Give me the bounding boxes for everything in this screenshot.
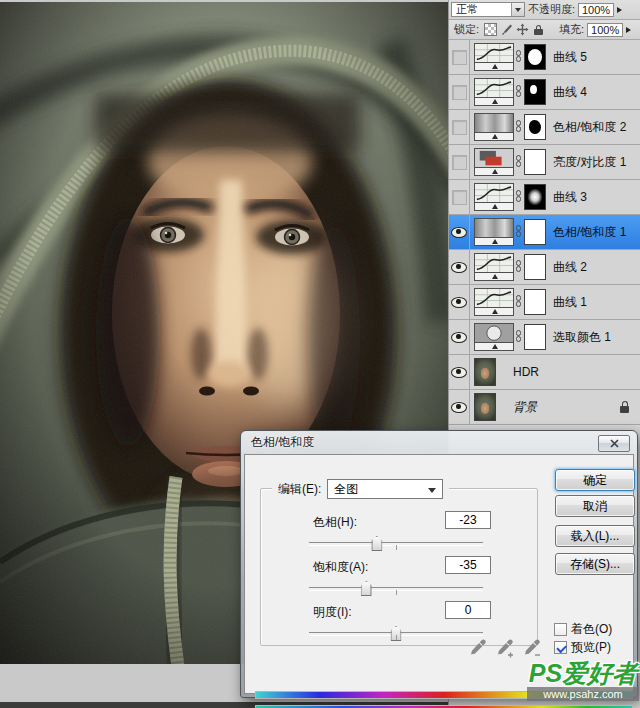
layer-row[interactable]: 曲线 5 — [449, 40, 640, 75]
mask-thumbnail-slot — [524, 149, 546, 175]
adjustment-slider-marker-icon — [492, 344, 498, 349]
layer-photo-thumbnail[interactable] — [474, 358, 496, 386]
lock-position-move-icon[interactable] — [516, 23, 529, 36]
eyedropper-minus-icon[interactable] — [524, 638, 542, 658]
photoshop-workspace: 正常 不透明度: 100% 锁定: 填充: 100% — [0, 0, 640, 708]
layer-mask-thumbnail[interactable] — [524, 79, 546, 105]
hidden-eye-well — [452, 50, 467, 65]
mask-link-icon — [515, 120, 523, 134]
checkbox-box[interactable] — [554, 641, 567, 654]
hidden-eye-well — [452, 85, 467, 100]
checkbox-box[interactable] — [554, 623, 567, 636]
eyedropper-plus-icon[interactable] — [497, 638, 515, 658]
save-button[interactable]: 存储(S)... — [555, 553, 635, 575]
layer-name: 曲线 3 — [553, 189, 587, 206]
layer-mask-thumbnail[interactable] — [524, 254, 546, 280]
layer-adjustment-thumbnail[interactable] — [474, 148, 514, 176]
mask-link-slot — [514, 155, 524, 169]
chevron-down-icon[interactable] — [511, 3, 524, 16]
layer-name: 背景 — [513, 399, 537, 416]
layer-visibility-toggle[interactable] — [449, 145, 470, 179]
layer-visibility-toggle[interactable] — [449, 40, 470, 74]
layer-visibility-toggle[interactable] — [449, 285, 470, 319]
eye-icon — [451, 262, 467, 273]
layer-lock-slot — [619, 401, 630, 413]
mask-link-slot — [514, 260, 524, 274]
lock-all-icon[interactable] — [532, 23, 545, 36]
adjustment-groupbox — [260, 488, 538, 646]
edit-label: 编辑(E): — [278, 481, 321, 498]
ok-button[interactable]: 确定 — [555, 469, 635, 491]
lock-transparency-icon[interactable] — [484, 23, 497, 36]
layer-visibility-toggle[interactable] — [449, 215, 470, 249]
eyedropper-icon[interactable] — [470, 638, 488, 658]
layer-photo-thumbnail[interactable] — [474, 393, 496, 421]
lock-label: 锁定: — [454, 22, 479, 37]
layer-mask-thumbnail[interactable] — [524, 44, 546, 70]
layer-adjustment-thumbnail[interactable] — [474, 78, 514, 106]
mask-link-icon — [515, 50, 523, 64]
layer-visibility-toggle[interactable] — [449, 320, 470, 354]
layer-row[interactable]: 选取颜色 1 — [449, 320, 640, 355]
layer-visibility-toggle[interactable] — [449, 75, 470, 109]
hue-slider[interactable] — [309, 542, 483, 546]
layer-adjustment-thumbnail[interactable] — [474, 218, 514, 246]
dialog-titlebar[interactable]: 色相/饱和度 — [241, 431, 637, 454]
layer-row[interactable]: 亮度/对比度 1 — [449, 145, 640, 180]
blend-mode-value: 正常 — [452, 2, 511, 17]
blend-mode-select[interactable]: 正常 — [451, 2, 525, 17]
edit-channel-row: 编辑(E): 全图 — [272, 479, 449, 499]
fill-value[interactable]: 100% — [587, 23, 623, 37]
layer-mask-thumbnail[interactable] — [524, 149, 546, 175]
layer-thumbnail-slot — [474, 218, 514, 246]
saturation-slider[interactable] — [309, 587, 483, 591]
canvas-background — [0, 664, 242, 704]
opacity-flyout-arrow-icon[interactable] — [614, 3, 625, 17]
layer-row[interactable]: 曲线 1 — [449, 285, 640, 320]
layer-row[interactable]: 曲线 2 — [449, 250, 640, 285]
eye-icon — [451, 367, 467, 378]
layer-mask-thumbnail[interactable] — [524, 289, 546, 315]
load-button[interactable]: 载入(L)... — [555, 525, 635, 547]
layer-visibility-toggle[interactable] — [449, 355, 470, 389]
layer-mask-thumbnail[interactable] — [524, 324, 546, 350]
layer-mask-thumbnail[interactable] — [524, 114, 546, 140]
layer-adjustment-thumbnail[interactable] — [474, 183, 514, 211]
layer-lock-icon — [619, 401, 630, 413]
layer-adjustment-thumbnail[interactable] — [474, 288, 514, 316]
layer-visibility-toggle[interactable] — [449, 180, 470, 214]
layer-visibility-toggle[interactable] — [449, 390, 470, 424]
layer-adjustment-thumbnail[interactable] — [474, 113, 514, 141]
lightness-value-input[interactable] — [445, 601, 491, 619]
mask-link-icon — [515, 330, 523, 344]
layer-row[interactable]: 色相/饱和度 1 — [449, 215, 640, 250]
layer-row[interactable]: 背景 — [449, 390, 640, 425]
close-icon[interactable] — [598, 435, 630, 452]
preview-checkbox[interactable]: 预览(P) — [554, 639, 611, 656]
layer-adjustment-thumbnail[interactable] — [474, 323, 514, 351]
preview-label: 预览(P) — [571, 639, 611, 656]
lightness-slider[interactable] — [309, 632, 483, 636]
saturation-value-input[interactable] — [445, 556, 491, 574]
cancel-button[interactable]: 取消 — [555, 495, 635, 517]
layer-name: 曲线 1 — [553, 294, 587, 311]
layer-thumbnail-slot — [474, 288, 514, 316]
edit-channel-select[interactable]: 全图 — [327, 479, 443, 499]
layer-row[interactable]: 曲线 3 — [449, 180, 640, 215]
hue-value-input[interactable] — [445, 511, 491, 529]
opacity-value[interactable]: 100% — [578, 3, 614, 17]
fill-flyout-arrow-icon[interactable] — [623, 23, 634, 37]
layer-adjustment-thumbnail[interactable] — [474, 43, 514, 71]
layer-row[interactable]: 曲线 4 — [449, 75, 640, 110]
layer-adjustment-thumbnail[interactable] — [474, 253, 514, 281]
lock-image-brush-icon[interactable] — [500, 23, 513, 36]
layer-row[interactable]: HDR — [449, 355, 640, 390]
layer-mask-thumbnail[interactable] — [524, 219, 546, 245]
hue-label: 色相(H): — [313, 514, 357, 531]
layer-visibility-toggle[interactable] — [449, 110, 470, 144]
colorize-checkbox[interactable]: 着色(O) — [554, 621, 612, 638]
layer-mask-thumbnail[interactable] — [524, 184, 546, 210]
mask-link-icon — [515, 260, 523, 274]
layer-row[interactable]: 色相/饱和度 2 — [449, 110, 640, 145]
layer-visibility-toggle[interactable] — [449, 250, 470, 284]
